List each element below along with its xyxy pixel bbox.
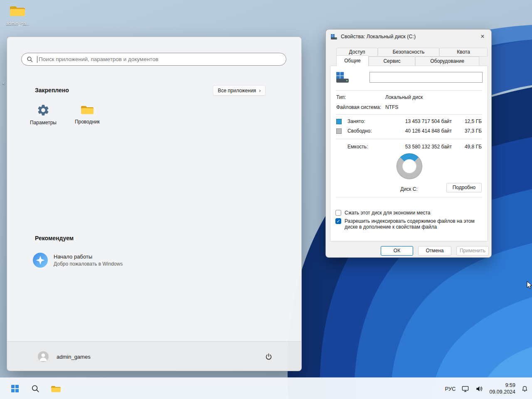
disk-properties-dialog: Свойства: Локальный диск (C:) × Доступ Б…: [325, 29, 492, 258]
capacity-row: Емкость: 53 580 132 352 байт 49,8 ГБ: [336, 143, 482, 151]
close-icon[interactable]: ×: [477, 32, 488, 41]
recommended-header: Рекомендуем: [35, 235, 74, 241]
all-apps-label: Все приложения: [218, 88, 256, 94]
mouse-cursor: [526, 281, 532, 289]
clock-time: 9:59: [489, 382, 515, 389]
desktop: admin_ga... к Поиск приложений, параметр…: [0, 0, 532, 399]
filesystem-row: Файловая система: NTFS: [336, 104, 482, 112]
ok-button[interactable]: ОК: [381, 246, 413, 256]
capacity-size: 49,8 ГБ: [452, 144, 482, 150]
start-button[interactable]: [7, 380, 23, 397]
power-button[interactable]: [260, 348, 277, 365]
tab-tools[interactable]: Сервис: [369, 57, 415, 66]
pinned-app-explorer[interactable]: Проводник: [67, 103, 107, 131]
checkbox-checked-icon[interactable]: ✓: [335, 218, 341, 224]
search-icon: [27, 56, 33, 62]
partial-desktop-label: к: [2, 80, 5, 85]
chevron-right-icon: ›: [259, 87, 261, 94]
search-input[interactable]: Поиск приложений, параметров и документо…: [21, 53, 286, 66]
dialog-title: Свойства: Локальный диск (C:): [341, 34, 416, 39]
recommended-item-get-started[interactable]: Начало работы Добро пожаловать в Windows: [33, 253, 123, 268]
free-size: 37,3 ГБ: [452, 128, 482, 134]
used-color-swatch: [336, 119, 342, 124]
details-button[interactable]: Подробно: [446, 183, 482, 192]
separator: [335, 197, 483, 197]
desktop-icon-admin-games[interactable]: admin_ga...: [6, 3, 29, 26]
person-icon: [38, 351, 49, 362]
dialog-titlebar[interactable]: Свойства: Локальный диск (C:): [326, 30, 491, 44]
tab-security[interactable]: Безопасность: [378, 48, 439, 57]
checkbox-unchecked-icon[interactable]: [335, 210, 341, 216]
language-indicator[interactable]: РУС: [445, 386, 456, 392]
gear-icon: [37, 103, 50, 117]
power-icon: [265, 353, 273, 361]
folder-icon: [50, 384, 62, 394]
taskbar-explorer-button[interactable]: [47, 380, 64, 397]
avatar[interactable]: [38, 351, 49, 362]
clock[interactable]: 9:59 09.09.2024: [489, 382, 515, 396]
taskbar-search-button[interactable]: [27, 380, 44, 397]
taskbar: РУС 9:59 09.09.2024: [0, 377, 532, 399]
separator: [335, 139, 483, 139]
capacity-label: Емкость:: [347, 144, 387, 150]
cancel-button[interactable]: Отмена: [418, 246, 451, 256]
type-label: Тип:: [336, 94, 385, 102]
desktop-icon-label: admin_ga...: [6, 21, 29, 26]
index-checkbox-label: Разрешить индексировать содержимое файло…: [345, 218, 481, 230]
volume-label-input[interactable]: [369, 72, 483, 83]
tab-quota[interactable]: Квота: [439, 48, 488, 57]
pinned-app-label: Параметры: [30, 120, 57, 126]
disk-usage-pie-chart: [397, 153, 422, 179]
pinned-header: Закреплено: [35, 87, 69, 94]
tab-hardware[interactable]: Оборудование: [415, 57, 479, 66]
get-started-icon: [33, 253, 48, 268]
speaker-icon[interactable]: [475, 385, 484, 393]
used-label: Занято:: [347, 118, 387, 124]
pinned-app-label: Проводник: [75, 119, 100, 125]
notifications-bell-icon[interactable]: [521, 385, 529, 393]
free-color-swatch: [336, 128, 342, 134]
capacity-bytes: 53 580 132 352 байт: [387, 144, 452, 150]
separator: [335, 90, 483, 91]
recommended-item-subtitle: Добро пожаловать в Windows: [54, 261, 123, 267]
start-menu-user-bar: admin_games: [7, 341, 301, 371]
pinned-app-settings[interactable]: Параметры: [23, 103, 63, 131]
windows-logo-icon: [11, 385, 19, 393]
apply-button: Применить: [456, 246, 489, 256]
user-name[interactable]: admin_games: [57, 354, 91, 360]
tab-general[interactable]: Общие: [336, 55, 369, 66]
network-icon[interactable]: [461, 385, 470, 393]
drive-icon: [335, 71, 350, 84]
folder-icon: [8, 3, 27, 18]
type-row: Тип: Локальный диск: [336, 94, 482, 102]
filesystem-value: NTFS: [385, 104, 398, 112]
index-checkbox-row[interactable]: ✓ Разрешить индексировать содержимое фай…: [335, 218, 481, 230]
text-cursor: [37, 56, 37, 63]
used-space-row: Занято: 13 453 717 504 байт 12,5 ГБ: [336, 117, 482, 126]
free-space-row: Свободно: 40 126 414 848 байт 37,3 ГБ: [336, 127, 482, 135]
used-bytes: 13 453 717 504 байт: [387, 118, 452, 124]
search-icon: [31, 384, 39, 393]
free-label: Свободно:: [347, 128, 387, 134]
used-size: 12,5 ГБ: [452, 118, 482, 124]
drive-small-icon: [330, 34, 337, 40]
free-bytes: 40 126 414 848 байт: [387, 128, 452, 134]
all-apps-button[interactable]: Все приложения ›: [213, 85, 266, 96]
tab-row-front: Общие Сервис Оборудование: [336, 57, 479, 66]
tab-page-general: Тип: Локальный диск Файловая система: NT…: [330, 66, 488, 241]
start-menu: Поиск приложений, параметров и документо…: [7, 37, 302, 371]
recommended-item-title: Начало работы: [54, 254, 123, 260]
folder-icon: [80, 103, 95, 116]
compress-checkbox-row[interactable]: Сжать этот диск для экономии места: [335, 210, 481, 216]
type-value: Локальный диск: [385, 94, 423, 102]
clock-date: 09.09.2024: [489, 389, 515, 395]
search-placeholder: Поиск приложений, параметров и документо…: [39, 56, 158, 62]
separator: [335, 114, 483, 115]
filesystem-label: Файловая система:: [336, 104, 385, 112]
compress-checkbox-label: Сжать этот диск для экономии места: [345, 210, 430, 216]
